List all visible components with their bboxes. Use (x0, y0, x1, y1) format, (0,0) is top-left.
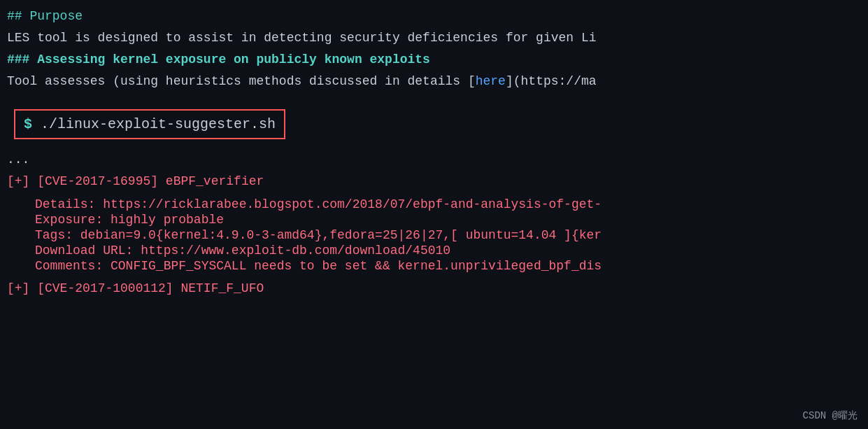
command-block[interactable]: $ ./linux-exploit-suggester.sh (14, 109, 285, 139)
watermark: CSDN @曜光 (803, 409, 858, 422)
line-description: LES tool is designed to assist in detect… (0, 27, 868, 49)
cve2-id: [CVE-2017-1000112] (37, 281, 180, 295)
cve1-name: eBPF_verifier (166, 174, 264, 188)
cve1-tags-text: Tags: debian=9.0{kernel:4.9.0-3-amd64},f… (35, 228, 602, 242)
ellipsis-text: ... (7, 153, 29, 167)
line-tool-assesses: Tool assesses (using heuristics methods … (0, 71, 868, 92)
cve1-bracket-open: [+] (7, 174, 37, 188)
cve1-header-line: [+] [CVE-2017-16995] eBPF_verifier (0, 171, 868, 192)
command-text: ./linux-exploit-suggester.sh (32, 116, 276, 132)
here-link[interactable]: here (476, 74, 506, 88)
heading-text: ### Assessing kernel exposure on publicl… (7, 52, 430, 66)
purpose-text: ## Purpose (7, 9, 83, 23)
cve1-details-line: Details: https://ricklarabee.blogspot.co… (0, 197, 868, 212)
ellipsis-line: ... (0, 149, 868, 171)
cve2-header-line: [+] [CVE-2017-1000112] NETIF_F_UFO (0, 278, 868, 300)
cve1-comments-line: Comments: CONFIG_BPF_SYSCALL needs to be… (0, 258, 868, 274)
tool-text-suffix: ](https://ma (506, 74, 597, 88)
cve1-download-text: Download URL: https://www.exploit-db.com… (35, 244, 450, 258)
command-container: $ ./linux-exploit-suggester.sh (7, 102, 292, 146)
cve1-download-line: Download URL: https://www.exploit-db.com… (0, 243, 868, 258)
terminal-window: ## Purpose LES tool is designed to assis… (0, 0, 868, 429)
cve2-bracket-open: [+] (7, 281, 37, 295)
line-purpose: ## Purpose (0, 6, 868, 27)
cve1-tags-line: Tags: debian=9.0{kernel:4.9.0-3-amd64},f… (0, 227, 868, 243)
cve1-id: [CVE-2017-16995] (37, 174, 166, 188)
cve1-exposure-line: Exposure: highly probable (0, 212, 868, 227)
cve1-exposure-text: Exposure: highly probable (35, 213, 224, 227)
prompt-symbol: $ (24, 116, 32, 132)
cve1-comments-text: Comments: CONFIG_BPF_SYSCALL needs to be… (35, 259, 602, 273)
line-heading: ### Assessing kernel exposure on publicl… (0, 49, 868, 71)
spacer-1 (0, 92, 868, 99)
cve2-name: NETIF_F_UFO (180, 281, 264, 295)
description-text: LES tool is designed to assist in detect… (7, 31, 597, 45)
tool-text-prefix: Tool assesses (using heuristics methods … (7, 74, 476, 88)
cve1-details-text: Details: https://ricklarabee.blogspot.co… (35, 197, 602, 211)
